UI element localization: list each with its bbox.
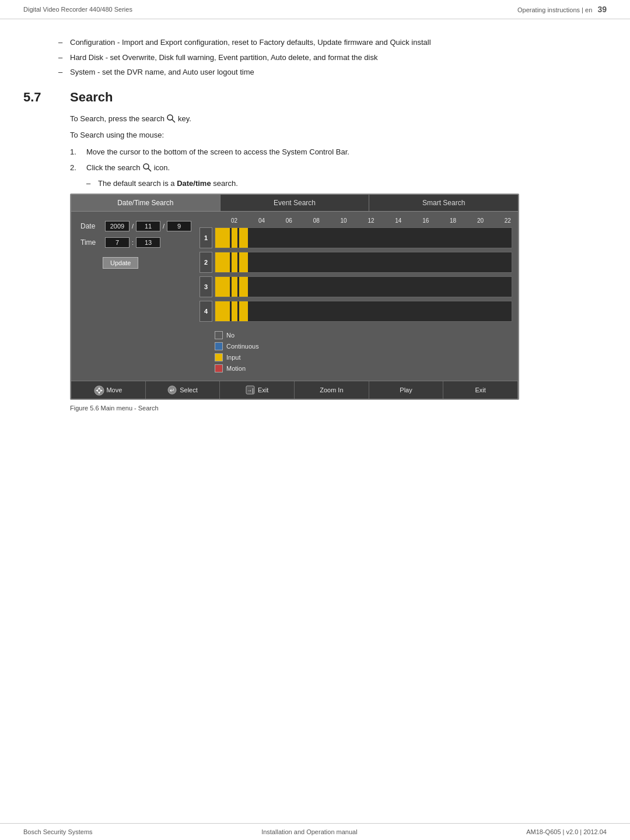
list-item: – Configuration - Import and Export conf… [58, 37, 607, 48]
channel-num-4[interactable]: 4 [200, 301, 212, 322]
footer-center: Installation and Operation manual [261, 828, 358, 835]
time-label-20: 20 [477, 217, 484, 224]
legend-item-no: No [215, 331, 512, 339]
time-label-02: 02 [231, 217, 237, 224]
page-number: 39 [597, 5, 607, 14]
to-search-mouse-text: To Search using the mouse: [70, 131, 164, 139]
legend-box-input [215, 353, 223, 361]
sub-bullet: – The default search is a Date/time sear… [86, 179, 607, 188]
channel-row-2: 2 [200, 252, 512, 273]
time-label: Time [80, 238, 103, 247]
timeline-1[interactable] [215, 227, 512, 248]
list-item: 1. Move the cursor to the bottom of the … [70, 146, 607, 159]
toolbar-exit-left-label: Exit [258, 386, 268, 393]
page-footer: Bosch Security Systems Installation and … [0, 823, 630, 840]
date-sep2: / [163, 223, 164, 230]
time-label-14: 14 [395, 217, 401, 224]
list-item: – Hard Disk - set Overwrite, Disk full w… [58, 52, 607, 64]
date-month-input[interactable]: 11 [136, 221, 160, 231]
toolbar-exit-right[interactable]: Exit [443, 381, 518, 399]
update-btn-wrapper: Update [80, 254, 190, 269]
exit-icon: →| [246, 385, 255, 395]
bullet-text: Configuration - Import and Export config… [70, 37, 607, 48]
bold-text: Date/time [177, 179, 211, 188]
section-row: 5.7 Search [23, 90, 607, 105]
date-year-input[interactable]: 2009 [105, 221, 130, 231]
legend-label-motion: Motion [226, 365, 246, 372]
header-left: Digital Video Recorder 440/480 Series [23, 6, 132, 13]
tab-smart-search[interactable]: Smart Search [369, 195, 518, 211]
legend-item-input: Input [215, 353, 512, 361]
timeline-4[interactable] [215, 301, 512, 322]
time-sep: : [132, 239, 134, 246]
time-label-08: 08 [313, 217, 320, 224]
time-hour-input[interactable]: 7 [105, 237, 130, 248]
time-label-18: 18 [450, 217, 456, 224]
sub-dash: – [86, 179, 98, 188]
dvr-timeline-panel: 02 04 06 08 10 12 14 16 18 20 22 [200, 217, 512, 375]
svg-point-2 [144, 164, 149, 169]
toolbar-zoom-label: Zoom In [320, 386, 343, 393]
toolbar-move[interactable]: Move [71, 381, 146, 399]
toolbar-exit-right-label: Exit [475, 386, 486, 393]
legend-label-continuous: Continuous [226, 343, 259, 350]
dvr-main-area: Date 2009 / 11 / 9 Time 7 : 13 Update [71, 212, 518, 381]
svg-line-1 [173, 120, 175, 122]
body-text-search: To Search, press the search key. [70, 113, 607, 125]
channel-num-2[interactable]: 2 [200, 252, 212, 273]
date-day-input[interactable]: 9 [167, 221, 191, 231]
tab-event-search[interactable]: Event Search [220, 195, 370, 211]
channel-num-3[interactable]: 3 [200, 276, 212, 297]
page-header: Digital Video Recorder 440/480 Series Op… [0, 0, 630, 19]
dvr-datetime-panel: Date 2009 / 11 / 9 Time 7 : 13 Update [77, 217, 194, 375]
time-row: Time 7 : 13 [80, 237, 190, 248]
dvr-toolbar: Move ↵ Select →| Exit [71, 381, 518, 399]
timeline-3[interactable] [215, 276, 512, 297]
bullet-text: Hard Disk - set Overwrite, Disk full war… [70, 52, 607, 64]
header-right: Operating instructions | en 39 [517, 5, 607, 14]
tab-datetime-search[interactable]: Date/Time Search [71, 195, 220, 211]
date-row: Date 2009 / 11 / 9 [80, 221, 190, 231]
toolbar-play-label: Play [400, 386, 412, 393]
toolbar-select[interactable]: ↵ Select [146, 381, 220, 399]
legend-item-continuous: Continuous [215, 342, 512, 350]
timeline-header: 02 04 06 08 10 12 14 16 18 20 22 [200, 217, 512, 224]
channel-num-1[interactable]: 1 [200, 227, 212, 248]
list-item: – System - set the DVR name, and Auto us… [58, 66, 607, 78]
toolbar-exit-left[interactable]: →| Exit [220, 381, 295, 399]
legend-item-motion: Motion [215, 364, 512, 372]
dvr-ui: Date/Time Search Event Search Smart Sear… [70, 194, 519, 400]
channel-row-4: 4 [200, 301, 512, 322]
bullet-text: System - set the DVR name, and Auto user… [70, 66, 607, 78]
step-num: 2. [70, 162, 86, 174]
move-icon [94, 385, 103, 395]
update-button[interactable]: Update [103, 257, 138, 269]
toolbar-play[interactable]: Play [369, 381, 444, 399]
figure-caption: Figure 5.6 Main menu - Search [70, 405, 607, 412]
toolbar-select-label: Select [180, 386, 198, 393]
date-sep1: / [132, 223, 134, 230]
enter-icon: ↵ [167, 385, 177, 395]
header-right-text: Operating instructions | en [517, 6, 592, 13]
time-min-input[interactable]: 13 [136, 237, 160, 248]
toolbar-zoom[interactable]: Zoom In [295, 381, 369, 399]
key-text: key. [178, 114, 191, 123]
dvr-legend: No Continuous Input Motion [215, 331, 512, 372]
section-number: 5.7 [23, 90, 70, 105]
dvr-tab-bar: Date/Time Search Event Search Smart Sear… [71, 195, 518, 212]
svg-text:↵: ↵ [170, 387, 174, 393]
body-text-mouse: To Search using the mouse: [70, 129, 607, 142]
legend-label-input: Input [226, 354, 240, 361]
time-labels: 02 04 06 08 10 12 14 16 18 20 22 [230, 217, 512, 224]
time-label-06: 06 [286, 217, 292, 224]
footer-left: Bosch Security Systems [23, 828, 93, 835]
svg-point-0 [167, 115, 173, 120]
time-label-16: 16 [422, 217, 429, 224]
time-label-12: 12 [368, 217, 374, 224]
timeline-2[interactable] [215, 252, 512, 273]
legend-box-no [215, 331, 223, 339]
legend-box-motion [215, 364, 223, 372]
search-icon-2 [142, 163, 152, 172]
section-title: Search [70, 90, 113, 105]
svg-text:→|: →| [247, 388, 253, 393]
